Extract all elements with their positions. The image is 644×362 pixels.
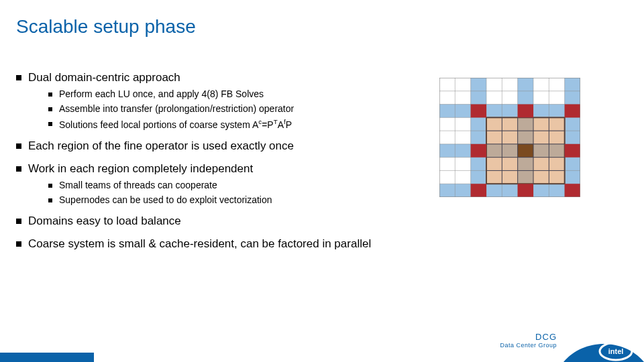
bullet-icon: [48, 107, 52, 111]
svg-rect-45: [565, 144, 580, 158]
svg-rect-41: [471, 105, 486, 118]
bullet-icon: [16, 241, 21, 247]
text-fragment: A: [278, 119, 284, 130]
bullet-icon: [48, 198, 52, 202]
bullet-icon: [16, 75, 21, 80]
bullet-text: Supernodes can be used to do exploit vec…: [59, 194, 272, 205]
bullet-level2: Perform each LU once, and apply 4(8) FB …: [48, 88, 432, 99]
bullet-level2: Solutions feed local portions of coarse …: [48, 118, 432, 130]
svg-rect-42: [518, 105, 533, 118]
bullet-icon: [48, 93, 52, 97]
bullet-level2: Assemble into transfer (prolongation/res…: [48, 103, 432, 114]
slide-title: Scalable setup phase: [16, 16, 196, 38]
footer-label: DCG Data Center Group: [500, 332, 557, 349]
text-fragment: P: [286, 119, 292, 130]
bullet-text: Coarse system is small & cache-resident,…: [28, 237, 371, 251]
bullet-text: Dual domain-centric approach: [28, 71, 180, 84]
svg-rect-4: [439, 105, 580, 118]
bullet-level1: Each region of the fine operator is used…: [16, 139, 432, 153]
footer-accent-bar: [0, 353, 94, 362]
bullet-level1: Dual domain-centric approach: [16, 71, 432, 84]
svg-rect-47: [518, 184, 533, 197]
bullet-icon: [48, 184, 52, 188]
bullet-icon: [16, 219, 21, 224]
svg-text:intel: intel: [608, 347, 624, 355]
bullet-text: Each region of the fine operator is used…: [28, 139, 294, 153]
bullet-level2: Supernodes can be used to do exploit vec…: [48, 194, 432, 205]
svg-rect-43: [565, 105, 580, 118]
bullet-level2: Small teams of threads can cooperate: [48, 180, 432, 190]
svg-rect-44: [471, 144, 486, 158]
svg-rect-3: [565, 78, 580, 197]
footer: DCG Data Center Group intel: [0, 331, 644, 362]
bullet-text: Perform each LU once, and apply 4(8) FB …: [59, 88, 264, 99]
text-fragment: =P: [262, 119, 274, 130]
diagram-svg: [439, 78, 580, 197]
bullet-text: Small teams of threads can cooperate: [59, 180, 217, 190]
group-label: Data Center Group: [500, 342, 557, 349]
content-area: Dual domain-centric approach Perform eac…: [16, 62, 432, 251]
bullet-text: Assemble into transfer (prolongation/res…: [59, 103, 294, 114]
bullet-icon: [16, 166, 21, 172]
bullet-text: Domains easy to load balance: [28, 215, 181, 228]
svg-rect-46: [471, 184, 486, 197]
bullet-text: Solutions feed local portions of coarse …: [59, 118, 292, 130]
bullet-icon: [16, 143, 21, 149]
slide: Scalable setup phase Dual domain-centric…: [0, 0, 644, 362]
svg-rect-48: [565, 184, 580, 197]
dcg-label: DCG: [500, 332, 557, 342]
bullet-text: Work in each region completely independe…: [28, 162, 253, 176]
svg-rect-6: [439, 184, 580, 197]
text-fragment: Solutions feed local portions of coarse …: [59, 119, 258, 130]
bullet-level1: Coarse system is small & cache-resident,…: [16, 237, 432, 251]
grid-diagram: [439, 78, 580, 197]
bullet-level1: Domains easy to load balance: [16, 215, 432, 228]
bullet-level1: Work in each region completely independe…: [16, 162, 432, 176]
intel-logo: intel: [564, 331, 644, 362]
svg-rect-28: [518, 144, 533, 158]
bullet-icon: [48, 122, 52, 126]
svg-rect-1: [471, 78, 486, 197]
